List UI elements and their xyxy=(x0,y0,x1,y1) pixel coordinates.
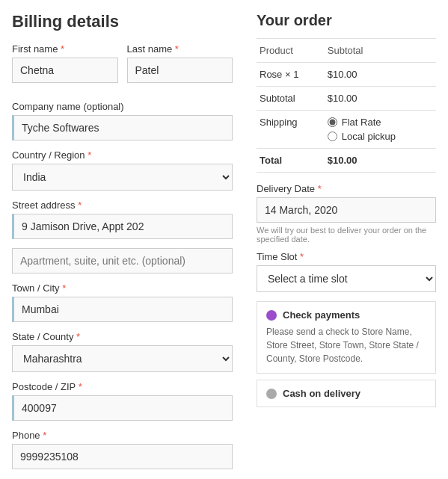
total-row: Total $10.00 xyxy=(257,149,436,173)
country-region-label: Country / Region * xyxy=(12,149,233,161)
local-pickup-radio[interactable] xyxy=(328,132,337,141)
delivery-note: We will try our best to deliver your ord… xyxy=(257,226,436,244)
order-title: Your order xyxy=(257,12,436,29)
shipping-options-cell: Flat Rate Local pickup xyxy=(325,111,436,149)
postcode-group: Postcode / ZIP * xyxy=(12,381,233,421)
timeslot-label: Time Slot * xyxy=(257,251,436,262)
phone-input[interactable] xyxy=(12,444,233,469)
check-payments-description: Please send a check to Store Name, Store… xyxy=(266,325,426,365)
subtotal-label: Subtotal xyxy=(257,87,325,111)
company-name-group: Company name (optional) xyxy=(12,101,233,140)
subtotal-row: Subtotal $10.00 xyxy=(257,87,436,111)
table-row: Rose × 1 $10.00 xyxy=(257,63,436,87)
product-subtotal-cell: $10.00 xyxy=(325,63,436,87)
delivery-date-label: Delivery Date * xyxy=(257,183,436,194)
town-city-label: Town / City * xyxy=(12,282,233,294)
shipping-row: Shipping Flat Rate Local pickup xyxy=(257,111,436,149)
first-name-group: First name * xyxy=(12,43,118,83)
shipping-label: Shipping xyxy=(257,111,325,149)
state-county-group: State / County * Maharashtra Delhi Karna… xyxy=(12,331,233,372)
town-city-group: Town / City * xyxy=(12,282,233,322)
street-address-input[interactable] xyxy=(12,214,233,239)
phone-label: Phone * xyxy=(12,430,233,441)
postcode-label: Postcode / ZIP * xyxy=(12,381,233,392)
first-name-label: First name * xyxy=(12,43,118,55)
last-name-input[interactable] xyxy=(127,58,233,83)
state-county-select[interactable]: Maharashtra Delhi Karnataka xyxy=(12,345,233,372)
street-address-2-group xyxy=(12,248,233,274)
company-name-input[interactable] xyxy=(12,115,233,140)
phone-group: Phone * xyxy=(12,430,233,469)
check-payments-label: Check payments xyxy=(283,309,360,321)
product-cell: Rose × 1 xyxy=(257,63,325,87)
first-name-input[interactable] xyxy=(12,58,118,83)
country-region-select[interactable]: India United States United Kingdom xyxy=(12,164,233,191)
page-layout: Billing details First name * Last name *… xyxy=(12,12,436,479)
check-payments-radio-dot[interactable] xyxy=(266,310,277,321)
name-row: First name * Last name * xyxy=(12,43,233,92)
check-payments-header: Check payments xyxy=(266,309,426,321)
country-region-group: Country / Region * India United States U… xyxy=(12,149,233,191)
delivery-date-input[interactable] xyxy=(257,197,436,223)
timeslot-select[interactable]: Select a time slot Morning Afternoon Eve… xyxy=(257,265,436,292)
street-address-label: Street address * xyxy=(12,200,233,211)
shipping-options: Flat Rate Local pickup xyxy=(328,117,433,142)
col-subtotal-header: Subtotal xyxy=(325,39,436,63)
last-name-group: Last name * xyxy=(127,43,233,83)
street-address-group: Street address * xyxy=(12,200,233,239)
cod-radio-dot[interactable] xyxy=(266,389,277,399)
cod-header: Cash on delivery xyxy=(266,388,426,399)
delivery-section: Delivery Date * We will try our best to … xyxy=(257,183,436,407)
local-pickup-option: Local pickup xyxy=(328,131,433,142)
street-address-2-input[interactable] xyxy=(12,248,233,274)
flat-rate-label: Flat Rate xyxy=(342,117,381,128)
check-payments-option: Check payments Please send a check to St… xyxy=(257,301,436,374)
company-name-label: Company name (optional) xyxy=(12,101,233,112)
total-value: $10.00 xyxy=(325,149,436,173)
last-name-label: Last name * xyxy=(127,43,233,55)
postcode-input[interactable] xyxy=(12,395,233,421)
state-county-label: State / County * xyxy=(12,331,233,342)
order-table: Product Subtotal Rose × 1 $10.00 Subtota… xyxy=(257,38,436,173)
cod-option: Cash on delivery xyxy=(257,380,436,407)
flat-rate-option: Flat Rate xyxy=(328,117,433,128)
cod-label: Cash on delivery xyxy=(283,388,360,399)
col-product-header: Product xyxy=(257,39,325,63)
order-section: Your order Product Subtotal Rose × 1 $10… xyxy=(257,12,436,479)
town-city-input[interactable] xyxy=(12,297,233,322)
billing-section: Billing details First name * Last name *… xyxy=(12,12,233,479)
total-label: Total xyxy=(257,149,325,173)
flat-rate-radio[interactable] xyxy=(328,117,337,127)
local-pickup-label: Local pickup xyxy=(342,131,396,142)
billing-title: Billing details xyxy=(12,12,233,31)
subtotal-value: $10.00 xyxy=(325,87,436,111)
